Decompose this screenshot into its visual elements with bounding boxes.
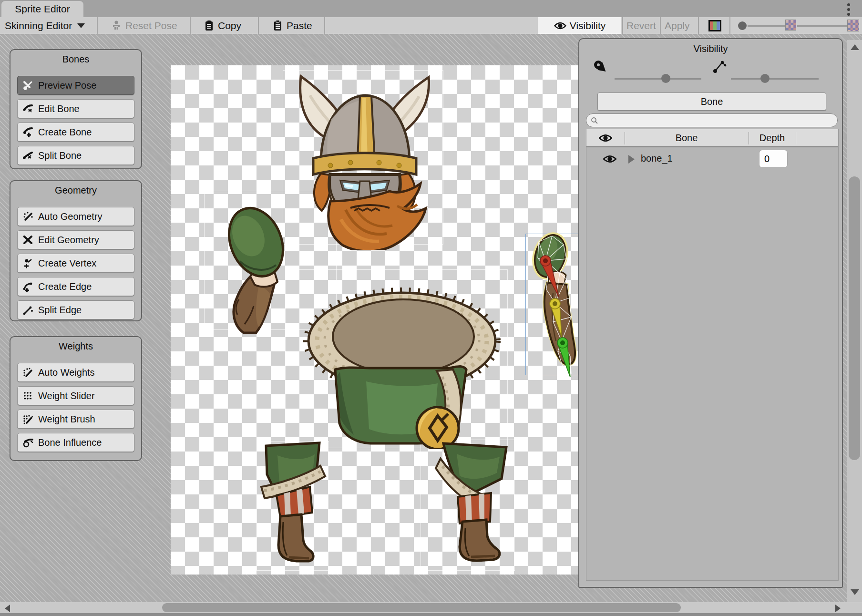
button-label: Weight Brush bbox=[38, 414, 95, 425]
depth-input[interactable] bbox=[759, 150, 788, 168]
sprite-sheet-icon bbox=[786, 20, 796, 30]
visibility-column-header[interactable] bbox=[586, 129, 625, 146]
opacity-slider-track[interactable] bbox=[748, 25, 786, 27]
sprite-mitten[interactable] bbox=[217, 204, 296, 334]
create-vertex-button[interactable]: Create Vertex bbox=[17, 254, 134, 273]
sprite-color-swatch-icon[interactable] bbox=[708, 20, 721, 31]
horizontal-scrollbar[interactable] bbox=[0, 602, 862, 613]
bone-opacity-slider-track[interactable] bbox=[615, 78, 701, 80]
edit-geometry-button[interactable]: Edit Geometry bbox=[17, 230, 134, 249]
visibility-panel-title: Visibility bbox=[579, 39, 842, 54]
visibility-panel: Visibility Bone bbox=[578, 38, 843, 588]
scroll-up-arrow-icon[interactable] bbox=[851, 44, 859, 50]
sprite-torso[interactable] bbox=[295, 286, 504, 449]
panel-title: Weights bbox=[10, 337, 141, 359]
panel-title: Geometry bbox=[10, 181, 141, 203]
button-label: Create Vertex bbox=[38, 258, 96, 269]
split-bone-button[interactable]: Split Bone bbox=[17, 146, 134, 165]
paste-button[interactable]: Paste bbox=[273, 17, 312, 34]
create-edge-button[interactable]: Create Edge bbox=[17, 277, 134, 296]
sprite-canvas[interactable] bbox=[171, 65, 578, 575]
visibility-toggle-button[interactable]: Visibility bbox=[538, 17, 621, 34]
revert-button[interactable]: Revert bbox=[626, 17, 656, 34]
sprite-leg-left[interactable] bbox=[258, 441, 330, 564]
preview-pose-button[interactable]: Preview Pose bbox=[17, 76, 134, 95]
scroll-down-arrow-icon[interactable] bbox=[851, 589, 859, 595]
panel-weights: Weights Auto Weights bbox=[10, 336, 142, 461]
scroll-right-arrow-icon[interactable] bbox=[835, 605, 841, 612]
button-label: Edit Geometry bbox=[38, 235, 99, 246]
button-label: Create Bone bbox=[38, 127, 92, 138]
tab-bar: Sprite Editor bbox=[0, 0, 862, 17]
mesh-opacity-slider-handle[interactable] bbox=[760, 74, 770, 83]
toolbar-separator bbox=[258, 17, 259, 34]
overflow-menu-icon[interactable] bbox=[847, 3, 851, 16]
bone-row[interactable]: bone_1 bbox=[586, 148, 838, 170]
skinning-editor-dropdown[interactable]: Skinning Editor bbox=[5, 17, 85, 34]
paste-label: Paste bbox=[287, 20, 312, 31]
button-label: Preview Pose bbox=[38, 80, 96, 91]
opacity-slider-track[interactable] bbox=[797, 25, 847, 27]
search-input[interactable] bbox=[601, 115, 825, 125]
eye-icon bbox=[598, 133, 613, 143]
mesh-opacity-slider-track[interactable] bbox=[731, 78, 819, 80]
button-label: Split Edge bbox=[38, 305, 82, 316]
bone-search-field[interactable] bbox=[586, 113, 838, 127]
reset-pose-button[interactable]: Reset Pose bbox=[111, 17, 177, 34]
sprite-head[interactable] bbox=[284, 67, 446, 250]
button-label: Auto Geometry bbox=[38, 211, 103, 222]
button-label: Create Edge bbox=[38, 281, 92, 292]
vertical-scrollbar-thumb[interactable] bbox=[849, 176, 860, 460]
bone-column-header[interactable]: Bone bbox=[625, 129, 749, 146]
toolbar-separator bbox=[698, 17, 699, 34]
toolbar-separator bbox=[324, 17, 325, 34]
copy-button[interactable]: Copy bbox=[204, 17, 241, 34]
clipboard-paste-icon bbox=[273, 20, 283, 31]
weight-brush-button[interactable]: Weight Brush bbox=[17, 410, 134, 429]
auto-weights-button[interactable]: Auto Weights bbox=[17, 363, 134, 382]
tab-title: Sprite Editor bbox=[15, 3, 70, 15]
column-separator bbox=[796, 132, 796, 144]
bone-name: bone_1 bbox=[641, 153, 673, 164]
bone-outline-icon bbox=[711, 59, 727, 75]
sprite-sheet-icon bbox=[848, 20, 859, 31]
bone-influence-icon bbox=[22, 437, 34, 448]
edit-bone-button[interactable]: Edit Bone bbox=[17, 99, 134, 118]
weight-slider-button[interactable]: Weight Slider bbox=[17, 386, 134, 405]
panel-geometry: Geometry Auto Geometry Edit Geometry bbox=[10, 180, 142, 321]
bone-influence-button[interactable]: Bone Influence bbox=[17, 433, 134, 452]
bone-tab-label: Bone bbox=[701, 96, 723, 107]
skinning-editor-workspace: Bones Preview Pose Edit Bone bbox=[0, 34, 862, 602]
horizontal-scrollbar-thumb[interactable] bbox=[162, 603, 681, 612]
create-bone-button[interactable]: Create Bone bbox=[17, 123, 134, 142]
sprite-arm-selected[interactable] bbox=[524, 231, 578, 379]
split-edge-button[interactable]: Split Edge bbox=[17, 300, 134, 319]
sprite-leg-right[interactable] bbox=[429, 440, 514, 565]
auto-geometry-button[interactable]: Auto Geometry bbox=[17, 207, 134, 226]
eye-icon[interactable] bbox=[602, 154, 617, 164]
depth-column-header[interactable]: Depth bbox=[749, 129, 796, 146]
toolbar: Skinning Editor Reset Pose Copy bbox=[0, 17, 862, 34]
scroll-left-arrow-icon[interactable] bbox=[5, 605, 10, 612]
skinning-editor-label: Skinning Editor bbox=[5, 20, 72, 31]
tab-sprite-editor[interactable]: Sprite Editor bbox=[1, 1, 83, 17]
search-icon bbox=[591, 117, 598, 124]
apply-button[interactable]: Apply bbox=[665, 17, 690, 34]
panel-title: Bones bbox=[10, 50, 141, 72]
weight-slider-icon bbox=[22, 390, 34, 401]
create-vertex-icon bbox=[22, 257, 34, 269]
window-bottom-edge bbox=[0, 613, 862, 616]
bone-opacity-slider-handle[interactable] bbox=[661, 74, 670, 83]
edit-bone-icon bbox=[22, 103, 34, 114]
toolbar-separator bbox=[660, 17, 661, 34]
vertical-scrollbar[interactable] bbox=[847, 40, 862, 602]
preview-pose-icon bbox=[22, 80, 34, 91]
button-label: Split Bone bbox=[38, 150, 82, 161]
person-icon bbox=[111, 20, 122, 31]
sprite-editor-window: Sprite Editor Skinning Editor Reset Pose bbox=[0, 0, 862, 616]
bone-tab-button[interactable]: Bone bbox=[597, 92, 826, 111]
chevron-down-icon bbox=[77, 23, 85, 28]
opacity-slider-handle[interactable] bbox=[738, 21, 747, 30]
clipboard-copy-icon bbox=[204, 20, 215, 31]
expander-triangle-icon[interactable] bbox=[628, 155, 635, 164]
